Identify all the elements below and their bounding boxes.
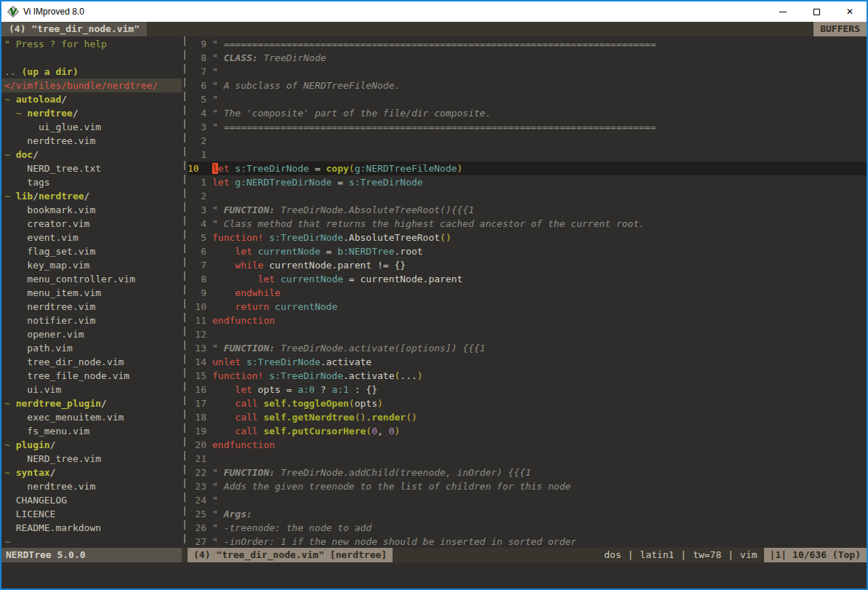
- maximize-icon: [813, 9, 820, 15]
- tree-item[interactable]: ~ nerdtree_plugin/: [1, 396, 182, 410]
- code-line[interactable]: 11endfunction: [188, 314, 867, 327]
- cursor-position-status: |1| 10/636 (Top): [764, 548, 867, 562]
- code-line[interactable]: 22" FUNCTION: TreeDirNode.addChild(treen…: [188, 466, 867, 479]
- code-line[interactable]: 5function! s:TreeDirNode.AbsoluteTreeRoo…: [188, 231, 867, 244]
- tree-item[interactable]: menu_controller.vim: [1, 272, 182, 286]
- line-number: 19: [188, 424, 206, 438]
- code-line[interactable]: 27" -inOrder: 1 if the new node should b…: [188, 535, 867, 548]
- code-line[interactable]: 25" Args:: [188, 507, 867, 521]
- line-number: 8: [188, 272, 206, 286]
- tree-item[interactable]: [1, 51, 182, 65]
- minimize-button[interactable]: [766, 1, 800, 22]
- code-line[interactable]: 17 call self.toggleOpen(opts): [188, 396, 867, 410]
- tree-item[interactable]: exec_menuitem.vim: [1, 410, 182, 424]
- code-line[interactable]: 4" Class method that returns the highest…: [188, 217, 867, 231]
- tree-item[interactable]: fs_menu.vim: [1, 424, 182, 438]
- code-line[interactable]: 19 call self.putCursorHere(0, 0): [188, 424, 867, 438]
- tree-item[interactable]: ui.vim: [1, 383, 182, 396]
- line-number: 15: [188, 369, 206, 383]
- code-line[interactable]: 16 let opts = a:0 ? a:1 : {}: [188, 383, 867, 396]
- line-number: 9: [188, 37, 206, 51]
- code-line[interactable]: 9" =====================================…: [188, 37, 867, 51]
- close-button[interactable]: ✕: [833, 1, 867, 22]
- tree-item[interactable]: ~: [1, 535, 182, 548]
- tree-item[interactable]: notifier.vim: [1, 314, 182, 327]
- code-line[interactable]: 6" A subclass of NERDTreeFileNode.: [188, 79, 867, 92]
- tree-item[interactable]: ~ autoload/: [1, 92, 182, 106]
- code-line[interactable]: 20endfunction: [188, 438, 867, 452]
- command-line[interactable]: [1, 562, 867, 589]
- line-number: 26: [188, 521, 206, 535]
- tree-item[interactable]: flag_set.vim: [1, 244, 182, 258]
- buffers-label[interactable]: BUFFERS: [813, 22, 867, 36]
- tree-item[interactable]: tree_dir_node.vim: [1, 355, 182, 369]
- tree-item[interactable]: </vimfiles/bundle/nerdtree/: [1, 79, 182, 92]
- code-line[interactable]: 8 let currentNode = currentNode.parent: [188, 272, 867, 286]
- tree-item[interactable]: README.markdown: [1, 521, 182, 535]
- tree-item[interactable]: nerdtree.vim: [1, 300, 182, 314]
- code-line[interactable]: 1let g:NERDTreeDirNode = s:TreeDirNode: [188, 175, 867, 189]
- code-line[interactable]: 8" CLASS: TreeDirNode: [188, 51, 867, 65]
- tree-item[interactable]: ~ lib/nerdtree/: [1, 189, 182, 203]
- line-number: 11: [188, 314, 206, 327]
- tab-tree-dir-node[interactable]: (4) "tree_dir_node.vim": [1, 22, 147, 36]
- tree-item[interactable]: creator.vim: [1, 217, 182, 231]
- nerdtree-panel[interactable]: " Press ? for help.. (up a dir)</vimfile…: [1, 36, 182, 548]
- line-number: 9: [188, 286, 206, 300]
- tree-item[interactable]: ~ syntax/: [1, 466, 182, 479]
- code-line[interactable]: 23" Adds the given treenode to the list …: [188, 479, 867, 493]
- code-line[interactable]: 2: [188, 134, 867, 148]
- tree-item[interactable]: .. (up a dir): [1, 65, 182, 79]
- code-line[interactable]: 2: [188, 189, 867, 203]
- code-line[interactable]: 14unlet s:TreeDirNode.activate: [188, 355, 867, 369]
- tree-item[interactable]: tree_file_node.vim: [1, 369, 182, 383]
- code-line[interactable]: 21: [188, 452, 867, 466]
- code-line[interactable]: 9 endwhile: [188, 286, 867, 300]
- vim-icon: [7, 6, 19, 17]
- code-line-current[interactable]: 10let s:TreeDirNode = copy(g:NERDTreeFil…: [188, 162, 867, 175]
- line-number: 14: [188, 355, 206, 369]
- encoding-status: latin1: [633, 548, 680, 562]
- code-line[interactable]: 18 call self.getNerdtree().render(): [188, 410, 867, 424]
- tree-item[interactable]: CHANGELOG: [1, 493, 182, 507]
- code-line[interactable]: 15function! s:TreeDirNode.activate(...): [188, 369, 867, 383]
- tree-item[interactable]: event.vim: [1, 231, 182, 244]
- tree-item[interactable]: path.vim: [1, 341, 182, 355]
- code-line[interactable]: 4" The 'composite' part of the file/dir …: [188, 106, 867, 120]
- tree-item[interactable]: ui_glue.vim: [1, 120, 182, 134]
- code-line[interactable]: 26" -treenode: the node to add: [188, 521, 867, 535]
- code-line[interactable]: 6 let currentNode = b:NERDTree.root: [188, 244, 867, 258]
- tree-item[interactable]: LICENCE: [1, 507, 182, 521]
- line-number: 10: [188, 300, 206, 314]
- tree-item[interactable]: NERD_tree.vim: [1, 452, 182, 466]
- textwidth-status: tw=78: [686, 548, 728, 562]
- tree-item[interactable]: key_map.vim: [1, 258, 182, 272]
- code-buffer[interactable]: 9" =====================================…: [188, 36, 867, 548]
- code-line[interactable]: 13" FUNCTION: TreeDirNode.activate([opti…: [188, 341, 867, 355]
- code-line[interactable]: 7 while currentNode.parent != {}: [188, 258, 867, 272]
- tree-item[interactable]: ~ doc/: [1, 148, 182, 162]
- tree-item[interactable]: NERD_tree.txt: [1, 162, 182, 175]
- tree-item[interactable]: tags: [1, 175, 182, 189]
- code-line[interactable]: 3" =====================================…: [188, 120, 867, 134]
- vertical-split-separator[interactable]: [182, 36, 188, 548]
- code-line[interactable]: 3" FUNCTION: TreeDirNode.AbsoluteTreeRoo…: [188, 203, 867, 217]
- code-line[interactable]: 24": [188, 493, 867, 507]
- tree-item[interactable]: ~ plugin/: [1, 438, 182, 452]
- tree-item[interactable]: nerdtree.vim: [1, 134, 182, 148]
- tree-item[interactable]: ~ nerdtree/: [1, 106, 182, 120]
- tree-item[interactable]: " Press ? for help: [1, 37, 182, 51]
- tree-item[interactable]: nerdtree.vim: [1, 479, 182, 493]
- maximize-button[interactable]: [800, 1, 833, 22]
- code-line[interactable]: 5": [188, 92, 867, 106]
- tabline-fill: [147, 22, 813, 36]
- code-line[interactable]: 10 return currentNode: [188, 300, 867, 314]
- status-separator: |: [680, 548, 686, 562]
- tree-item[interactable]: menu_item.vim: [1, 286, 182, 300]
- tree-item[interactable]: bookmark.vim: [1, 203, 182, 217]
- status-separator: |: [728, 548, 734, 562]
- code-line[interactable]: 7": [188, 65, 867, 79]
- tree-item[interactable]: opener.vim: [1, 327, 182, 341]
- code-line[interactable]: 12: [188, 327, 867, 341]
- code-line[interactable]: 1: [188, 148, 867, 162]
